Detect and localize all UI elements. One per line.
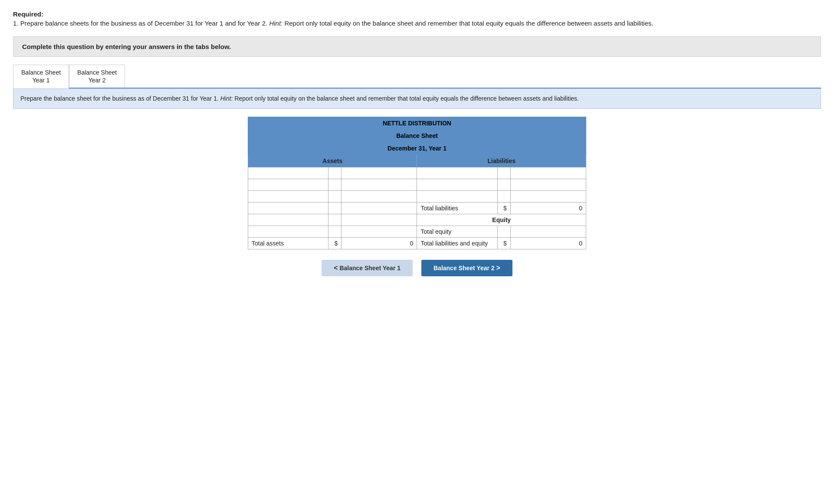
liab-label-2[interactable]: [417, 179, 497, 190]
data-row-3: [248, 190, 586, 202]
date-row: December 31, Year 1: [248, 142, 586, 154]
title-row: Balance Sheet: [248, 129, 586, 142]
liab-dollar-1: [497, 167, 510, 179]
tab-year1[interactable]: Balance SheetYear 1: [13, 65, 69, 88]
bs-title: Balance Sheet: [248, 129, 586, 142]
asset-label-input-5[interactable]: [252, 216, 325, 223]
liab-label-input-2[interactable]: [420, 181, 493, 188]
totals-row: Total assets $ 0 Total liabilities and e…: [248, 237, 586, 249]
equity-header-cell: Equity: [417, 214, 586, 226]
asset-value-input-4[interactable]: [345, 205, 413, 212]
next-arrow: >: [496, 264, 500, 272]
liab-value-input-3[interactable]: [514, 193, 582, 200]
liabilities-header: Liabilities: [417, 154, 586, 167]
required-section: Required: 1. Prepare balance sheets for …: [13, 10, 821, 29]
total-liab-equity-dollar: $: [497, 237, 510, 249]
company-row: NETTLE DISTRIBUTION: [248, 117, 586, 129]
liab-label-1[interactable]: [417, 167, 497, 179]
liab-dollar-2: [497, 179, 510, 190]
liab-label-3[interactable]: [417, 190, 497, 202]
asset-label-6[interactable]: [248, 226, 328, 237]
total-liabilities-value: 0: [510, 202, 586, 214]
asset-value-1[interactable]: [341, 167, 417, 179]
total-liabilities-dollar: $: [497, 202, 510, 214]
asset-label-input-1[interactable]: [252, 170, 325, 177]
asset-label-4[interactable]: [248, 202, 328, 214]
asset-dollar-5: [328, 214, 341, 226]
tab-year2[interactable]: Balance SheetYear 2: [69, 65, 125, 88]
asset-label-3[interactable]: [248, 190, 328, 202]
total-equity-input[interactable]: [514, 228, 582, 235]
asset-value-5[interactable]: [341, 214, 417, 226]
asset-value-input-1[interactable]: [345, 170, 413, 177]
liab-dollar-3: [497, 190, 510, 202]
liab-value-1[interactable]: [510, 167, 586, 179]
liab-value-2[interactable]: [510, 179, 586, 190]
total-equity-value[interactable]: [510, 226, 586, 237]
total-assets-label: Total assets: [248, 237, 328, 249]
data-row-2: [248, 179, 586, 190]
nav-buttons: < Balance Sheet Year 1 Balance Sheet Yea…: [13, 260, 821, 276]
tabs-container: Balance SheetYear 1 Balance SheetYear 2: [13, 65, 821, 88]
total-equity-dollar: [497, 226, 510, 237]
asset-value-input-3[interactable]: [345, 193, 413, 200]
asset-dollar-2: [328, 179, 341, 190]
total-equity-label: Total equity: [417, 226, 497, 237]
liab-value-3[interactable]: [510, 190, 586, 202]
total-liab-equity-value: 0: [510, 237, 586, 249]
asset-label-5[interactable]: [248, 214, 328, 226]
asset-label-input-4[interactable]: [252, 205, 325, 212]
asset-value-2[interactable]: [341, 179, 417, 190]
asset-label-input-6[interactable]: [252, 228, 325, 235]
prev-button[interactable]: < Balance Sheet Year 1: [322, 260, 413, 276]
company-name: NETTLE DISTRIBUTION: [248, 117, 586, 129]
asset-dollar-1: [328, 167, 341, 179]
balance-sheet-wrapper: NETTLE DISTRIBUTION Balance Sheet Decemb…: [13, 117, 821, 249]
asset-dollar-6: [328, 226, 341, 237]
intro-text: 1. Prepare balance sheets for the busine…: [13, 19, 821, 29]
asset-label-input-2[interactable]: [252, 181, 325, 188]
asset-label-input-3[interactable]: [252, 193, 325, 200]
asset-value-input-5[interactable]: [345, 216, 413, 223]
total-assets-value: 0: [341, 237, 417, 249]
liab-value-input-1[interactable]: [514, 170, 582, 177]
total-assets-dollar: $: [328, 237, 341, 249]
assets-header: Assets: [248, 154, 417, 167]
prev-label: Balance Sheet Year 1: [339, 265, 401, 272]
prev-arrow: <: [334, 264, 338, 272]
next-label: Balance Sheet Year 2: [433, 265, 495, 272]
asset-dollar-4: [328, 202, 341, 214]
bs-date: December 31, Year 1: [248, 142, 586, 154]
asset-value-3[interactable]: [341, 190, 417, 202]
asset-dollar-3: [328, 190, 341, 202]
total-equity-row: Total equity: [248, 226, 586, 237]
liab-value-input-2[interactable]: [514, 181, 582, 188]
hint-box: Prepare the balance sheet for the busine…: [13, 88, 821, 109]
balance-sheet-table: NETTLE DISTRIBUTION Balance Sheet Decemb…: [248, 117, 586, 249]
total-liab-equity-label: Total liabilities and equity: [417, 237, 497, 249]
next-button[interactable]: Balance Sheet Year 2 >: [421, 260, 512, 276]
liab-label-input-3[interactable]: [420, 193, 493, 200]
asset-value-input-2[interactable]: [345, 181, 413, 188]
asset-value-6[interactable]: [341, 226, 417, 237]
asset-label-2[interactable]: [248, 179, 328, 190]
liab-label-input-1[interactable]: [420, 170, 493, 177]
asset-value-4[interactable]: [341, 202, 417, 214]
data-row-4: Total liabilities $ 0: [248, 202, 586, 214]
equity-header-row: Equity: [248, 214, 586, 226]
col-header-row: Assets Liabilities: [248, 154, 586, 167]
data-row-1: [248, 167, 586, 179]
required-label: Required:: [13, 10, 821, 18]
total-liabilities-label: Total liabilities: [417, 202, 497, 214]
asset-label-1[interactable]: [248, 167, 328, 179]
complete-box: Complete this question by entering your …: [13, 36, 821, 57]
asset-value-input-6[interactable]: [345, 228, 413, 235]
